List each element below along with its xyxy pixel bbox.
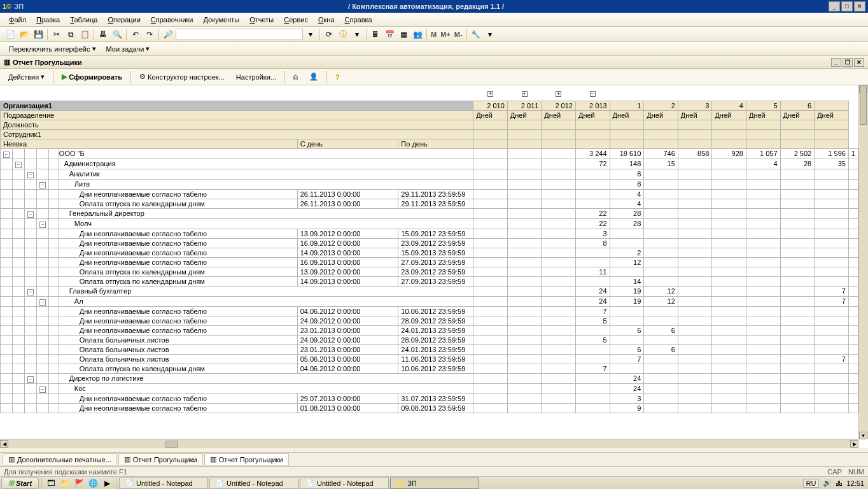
table-row[interactable]: Дни неоплачиваемые согласно табелю16.09.… (1, 238, 858, 248)
report-restore-button[interactable]: ❐ (843, 58, 853, 67)
scroll-right-icon[interactable]: ▶ (850, 440, 858, 448)
table-row[interactable]: Дни неоплачиваемые согласно табелю29.07.… (1, 393, 858, 403)
users-icon[interactable]: 👥 (411, 28, 424, 41)
table-row[interactable]: Оплата больничных листов05.06.2013 0:00:… (1, 354, 858, 364)
collapse-icon[interactable]: − (27, 211, 34, 218)
memory-mminus[interactable]: M- (453, 31, 464, 38)
taskbar-task[interactable]: 📄Untitled - Notepad (300, 478, 389, 489)
cut-icon[interactable]: ✂ (50, 28, 63, 41)
save-icon[interactable]: 💾 (32, 28, 45, 41)
wrench-icon[interactable]: 🔧 (470, 28, 482, 41)
quicklaunch-ie-icon[interactable]: 🌐 (87, 477, 99, 490)
table-row[interactable]: Дни неоплачиваемые согласно табелю01.08.… (1, 403, 858, 413)
tool-icon-2[interactable]: 👤 (305, 71, 323, 83)
dropdown2-icon[interactable]: ▾ (351, 28, 363, 41)
dropdown3-icon[interactable]: ▾ (484, 28, 496, 41)
menu-reports[interactable]: Отчеты (244, 15, 279, 25)
table-row[interactable]: Дни неоплачиваемые согласно табелю24.09.… (1, 316, 858, 325)
collapse-icon[interactable]: − (39, 222, 46, 228)
scroll-down-icon[interactable]: ▼ (859, 432, 867, 439)
tray-network-icon[interactable]: 🖧 (836, 479, 843, 487)
window-tab[interactable]: ▥Отчет Прогульщики (204, 453, 289, 465)
window-maximize-button[interactable]: □ (841, 1, 853, 11)
zoom-icon[interactable]: 🔎 (162, 28, 174, 41)
table-row[interactable]: −Администрация721481542835 (1, 159, 858, 169)
actions-menu[interactable]: Действия ▾ (4, 71, 49, 83)
dropdown-icon[interactable]: ▾ (304, 28, 317, 41)
menu-catalogs[interactable]: Справочники (146, 15, 199, 25)
new-doc-icon[interactable]: 📄 (4, 28, 17, 41)
open-icon[interactable]: 📂 (18, 28, 31, 41)
memory-mplus[interactable]: M+ (439, 31, 452, 38)
scroll-thumb-v[interactable] (860, 87, 867, 125)
table-row[interactable]: −Генеральный директор2228 (1, 208, 858, 218)
quicklaunch-flag-icon[interactable]: 🚩 (73, 477, 85, 490)
table-row[interactable]: −Молч2228 (1, 218, 858, 229)
table-row[interactable]: Оплата отпуска по календарным дням26.11.… (1, 199, 858, 208)
table-row[interactable]: Оплата отпуска по календарным дням14.09.… (1, 276, 858, 286)
collapse-icon[interactable]: − (39, 299, 46, 306)
settings-button[interactable]: Настройки... (232, 71, 281, 83)
table-row[interactable]: Оплата больничных листов24.09.2012 0:00:… (1, 335, 858, 344)
report-minimize-button[interactable]: _ (831, 58, 841, 67)
table-row[interactable]: Дни неоплачиваемые согласно табелю16.09.… (1, 257, 858, 267)
tool-icon-1[interactable]: ⎙ (289, 71, 302, 83)
menu-operations[interactable]: Операции (102, 15, 145, 25)
taskbar-task[interactable]: 📄Untitled - Notepad (209, 478, 298, 489)
find-icon[interactable]: 🔍 (111, 28, 123, 41)
language-indicator[interactable]: RU (803, 479, 820, 488)
form-button[interactable]: ▶ Сформировать (57, 71, 127, 83)
menu-service[interactable]: Сервис (279, 15, 313, 25)
window-tab[interactable]: ▥Дополнительные печатные... (3, 453, 117, 465)
vertical-scrollbar[interactable]: ▲ ▼ (858, 85, 868, 439)
menu-table[interactable]: Таблица (65, 15, 102, 25)
horizontal-scrollbar[interactable]: ◀ ▶ (0, 439, 858, 448)
info-icon[interactable]: ⓘ (337, 28, 349, 41)
start-button[interactable]: ⊞ Start (1, 478, 39, 489)
menu-help[interactable]: Справка (340, 15, 377, 25)
copy-icon[interactable]: ⧉ (64, 28, 77, 41)
taskbar-task[interactable]: 1©ЗП (390, 478, 479, 489)
refresh-icon[interactable]: ⟳ (323, 28, 335, 41)
taskbar-task[interactable]: 📄Untitled - Notepad (119, 478, 208, 489)
collapse-icon[interactable]: − (27, 172, 34, 178)
table-row[interactable]: −Кос24 (1, 383, 858, 393)
collapse-icon[interactable]: − (3, 152, 10, 158)
scroll-left-icon[interactable]: ◀ (0, 440, 8, 448)
collapse-icon[interactable]: − (39, 386, 46, 393)
collapse-icon[interactable]: − (39, 182, 46, 188)
quicklaunch-desktop-icon[interactable]: 🗔 (45, 477, 57, 490)
window-tab[interactable]: ▥Отчет Прогульщики (118, 453, 203, 465)
switch-interface-button[interactable]: Переключить интерфейс ▾ (5, 43, 100, 54)
report-close-button[interactable]: ✕ (854, 58, 864, 67)
quicklaunch-media-icon[interactable]: ▶ (101, 477, 113, 490)
menu-file[interactable]: Файл (4, 15, 31, 25)
search-input[interactable] (176, 29, 303, 40)
table-row[interactable]: −Главный бухгалтер2419127 (1, 286, 858, 296)
help-icon[interactable]: ? (331, 71, 344, 83)
table-row[interactable]: −Аналитик8 (1, 169, 858, 179)
redo-icon[interactable]: ↷ (143, 28, 156, 41)
quicklaunch-explorer-icon[interactable]: 📁 (59, 477, 71, 490)
memory-m[interactable]: M (430, 31, 438, 38)
collapse-icon[interactable]: − (27, 376, 34, 383)
chart-icon[interactable]: ▦ (397, 28, 410, 41)
tray-volume-icon[interactable]: 🔊 (823, 479, 832, 487)
scroll-thumb-h[interactable] (165, 441, 178, 448)
table-row[interactable]: Дни неоплачиваемые согласно табелю04.06.… (1, 306, 858, 316)
table-row[interactable]: Дни неоплачиваемые согласно табелю14.09.… (1, 248, 858, 257)
collapse-icon[interactable]: − (27, 289, 34, 295)
my-tasks-button[interactable]: Мои задачи ▾ (102, 43, 154, 54)
collapse-icon[interactable]: − (15, 162, 22, 168)
paste-icon[interactable]: 📋 (78, 28, 91, 41)
table-row[interactable]: −ООО "Б3 24418 6107468589281 0572 5021 5… (1, 148, 858, 159)
menu-windows[interactable]: Окна (313, 15, 340, 25)
table-row[interactable]: Оплата отпуска по календарным дням13.09.… (1, 267, 858, 276)
table-row[interactable]: Дни неоплачиваемые согласно табелю26.11.… (1, 189, 858, 199)
table-row[interactable]: Дни неоплачиваемые согласно табелю23.01.… (1, 325, 858, 335)
table-row[interactable]: −Директор по логистике24 (1, 373, 858, 383)
menu-documents[interactable]: Документы (199, 15, 245, 25)
calendar-icon[interactable]: 📅 (383, 28, 396, 41)
menu-edit[interactable]: Правка (31, 15, 65, 25)
window-minimize-button[interactable]: _ (829, 1, 840, 11)
